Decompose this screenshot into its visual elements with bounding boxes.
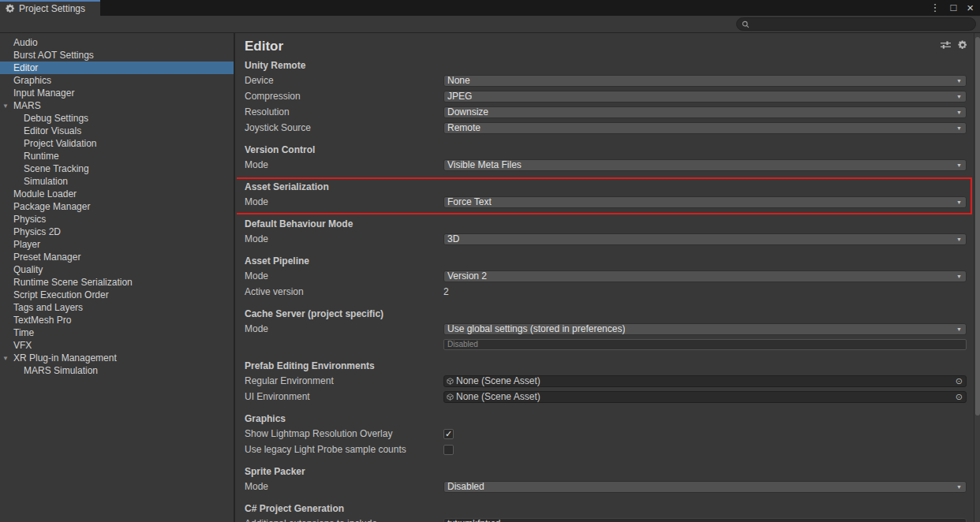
sidebar-item-preset-manager[interactable]: Preset Manager — [0, 251, 234, 263]
row-label: Mode — [245, 159, 443, 171]
show-lightmap-resolution-overlay-checkbox[interactable]: ✓ — [443, 429, 454, 439]
chevron-down-icon: ▼ — [956, 94, 962, 99]
sidebar-item-textmesh-pro[interactable]: TextMesh Pro — [0, 314, 234, 326]
chevron-down-icon: ▼ — [956, 162, 962, 168]
sidebar-item-scene-tracking[interactable]: Scene Tracking — [0, 162, 234, 175]
sidebar-item-player[interactable]: Player — [0, 238, 234, 251]
settings-row-mode: ModeForce Text▼ — [245, 196, 967, 208]
additional-extensions-to-include-field[interactable]: txt;xml;fnt;cd — [443, 518, 967, 522]
settings-row-joystick-source: Joystick SourceRemote▼ — [245, 122, 967, 134]
panel-gear-icon[interactable] — [958, 40, 967, 50]
regular-environment-object-field[interactable]: None (Scene Asset)⊙ — [443, 375, 967, 387]
search-input[interactable] — [753, 20, 966, 29]
dropdown-value: Version 2 — [447, 271, 487, 282]
mode-dropdown[interactable]: Visible Meta Files▼ — [443, 159, 967, 171]
row-label: Additional extensions to include — [245, 518, 443, 522]
active-version-value: 2 — [443, 286, 967, 298]
sidebar-item-input-manager[interactable]: Input Manager — [0, 87, 234, 99]
sidebar-item-simulation[interactable]: Simulation — [0, 175, 234, 188]
mode-dropdown[interactable]: Disabled▼ — [443, 481, 967, 493]
sidebar-item-label: Audio — [13, 37, 38, 48]
window-menu-icon[interactable]: ⋮ — [930, 0, 940, 16]
sidebar-item-physics-2d[interactable]: Physics 2D — [0, 226, 234, 238]
sidebar-item-script-execution-order[interactable]: Script Execution Order — [0, 289, 234, 301]
settings-row-mode: ModeDisabled▼ — [245, 481, 967, 493]
cache-server-status-field: Disabled — [443, 339, 967, 350]
dropdown-value: Use global settings (stored in preferenc… — [447, 324, 625, 334]
sidebar-item-editor-visuals[interactable]: Editor Visuals — [0, 125, 234, 137]
sidebar-item-debug-settings[interactable]: Debug Settings — [0, 112, 234, 125]
sidebar-item-module-loader[interactable]: Module Loader — [0, 188, 234, 200]
chevron-down-icon: ▼ — [956, 326, 962, 332]
sidebar-item-audio[interactable]: Audio — [0, 36, 234, 49]
ui-environment-object-field[interactable]: None (Scene Asset)⊙ — [443, 391, 967, 403]
section-cache-server-project-specific: Cache Server (project specific)ModeUse g… — [245, 309, 967, 354]
sidebar-item-label: Physics — [13, 214, 46, 225]
object-picker-icon[interactable]: ⊙ — [954, 392, 964, 402]
chevron-down-icon: ▼ — [956, 78, 962, 84]
search-icon — [742, 21, 750, 28]
mode-dropdown[interactable]: 3D▼ — [443, 233, 967, 245]
sidebar-item-runtime-scene-serialization[interactable]: Runtime Scene Serialization — [0, 276, 234, 289]
row-label: Compression — [245, 91, 443, 103]
sidebar-item-label: Runtime Scene Serialization — [13, 277, 133, 288]
row-label: Show Lightmap Resolution Overlay — [245, 428, 443, 440]
chevron-down-icon: ▼ — [956, 274, 962, 279]
sidebar-item-physics[interactable]: Physics — [0, 213, 234, 226]
sidebar-item-mars-simulation[interactable]: MARS Simulation — [0, 364, 234, 377]
vertical-scrollbar[interactable] — [974, 33, 980, 522]
sidebar-item-label: Script Execution Order — [13, 289, 109, 300]
maximize-icon[interactable]: □ — [950, 0, 956, 16]
sidebar-item-burst-aot-settings[interactable]: Burst AOT Settings — [0, 49, 234, 62]
tab-project-settings[interactable]: Project Settings — [0, 0, 100, 16]
sidebar-item-label: Preset Manager — [13, 252, 80, 263]
close-icon[interactable]: × — [967, 0, 974, 16]
sidebar-item-tags-and-layers[interactable]: Tags and Layers — [0, 301, 234, 314]
device-dropdown[interactable]: None▼ — [443, 75, 967, 87]
sidebar-item-label: Package Manager — [13, 201, 90, 212]
row-label: Joystick Source — [245, 122, 443, 134]
sidebar-item-label: Simulation — [24, 176, 68, 187]
page-title: Editor — [245, 38, 967, 55]
mode-dropdown[interactable]: Force Text▼ — [443, 196, 967, 208]
use-legacy-light-probe-sample-counts-checkbox[interactable] — [443, 445, 454, 455]
sidebar-item-label: MARS Simulation — [24, 365, 98, 376]
section-header: Graphics — [245, 414, 967, 424]
row-label: Mode — [245, 233, 443, 245]
sidebar-item-project-validation[interactable]: Project Validation — [0, 137, 234, 150]
resolution-dropdown[interactable]: Downsize▼ — [443, 106, 967, 118]
joystick-source-dropdown[interactable]: Remote▼ — [443, 122, 967, 134]
settings-row-mode: Mode3D▼ — [245, 233, 967, 245]
dropdown-value: None — [447, 76, 470, 86]
expander-triangle-icon[interactable]: ▼ — [2, 100, 9, 113]
chevron-down-icon: ▼ — [956, 484, 962, 490]
settings-row-mode: ModeVersion 2▼ — [245, 270, 967, 282]
compression-dropdown[interactable]: JPEG▼ — [443, 91, 967, 103]
sidebar-item-label: XR Plug-in Management — [13, 352, 117, 364]
object-picker-icon[interactable]: ⊙ — [954, 376, 964, 386]
row-label: Mode — [245, 270, 443, 282]
dropdown-value: Downsize — [447, 107, 488, 117]
presets-sliders-icon[interactable] — [941, 40, 951, 50]
sidebar-item-time[interactable]: Time — [0, 326, 234, 339]
sidebar-item-graphics[interactable]: Graphics — [0, 74, 234, 87]
sidebar-item-runtime[interactable]: Runtime — [0, 150, 234, 162]
section-graphics: GraphicsShow Lightmap Resolution Overlay… — [245, 414, 967, 460]
mode-dropdown[interactable]: Use global settings (stored in preferenc… — [443, 323, 967, 335]
sidebar-item-vfx[interactable]: VFX — [0, 339, 234, 352]
sidebar-item-mars[interactable]: ▼MARS — [0, 99, 234, 112]
scrollbar-thumb[interactable] — [975, 37, 980, 416]
search-box[interactable] — [736, 17, 976, 31]
sidebar-item-label: Module Loader — [13, 188, 77, 199]
section-unity-remote: Unity RemoteDeviceNone▼CompressionJPEG▼R… — [245, 61, 967, 138]
sidebar-item-quality[interactable]: Quality — [0, 263, 234, 276]
sidebar-item-label: Editor — [13, 62, 38, 73]
sidebar-item-xr-plug-in-management[interactable]: ▼XR Plug-in Management — [0, 352, 234, 364]
gear-icon — [6, 4, 15, 13]
section-version-control: Version ControlModeVisible Meta Files▼ — [245, 145, 967, 175]
mode-dropdown[interactable]: Version 2▼ — [443, 270, 967, 282]
sidebar-item-package-manager[interactable]: Package Manager — [0, 200, 234, 213]
expander-triangle-icon[interactable]: ▼ — [2, 352, 9, 365]
section-sprite-packer: Sprite PackerModeDisabled▼ — [245, 467, 967, 497]
sidebar-item-editor[interactable]: Editor — [0, 62, 234, 74]
